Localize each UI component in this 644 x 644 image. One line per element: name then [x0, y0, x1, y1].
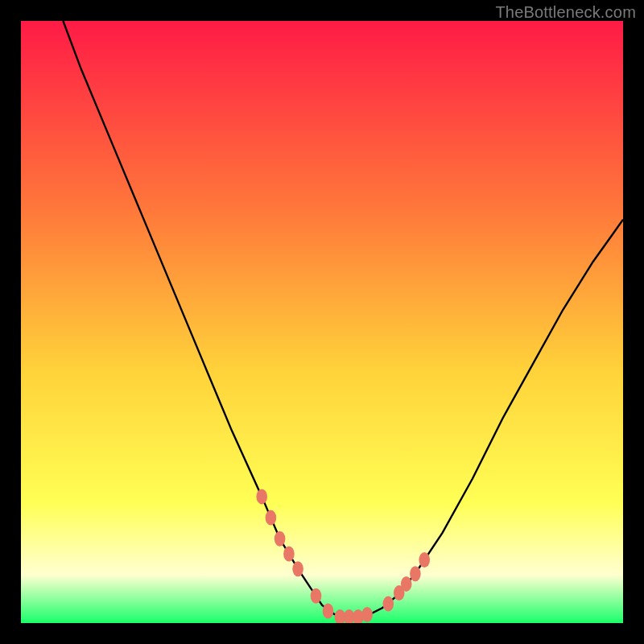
gradient-background — [21, 21, 623, 623]
highlight-dot — [401, 576, 412, 592]
highlight-dot — [419, 552, 430, 568]
chart-frame — [21, 21, 623, 623]
highlight-dot — [383, 597, 394, 612]
highlight-dot — [410, 566, 421, 581]
bottleneck-chart — [21, 21, 623, 623]
attribution-text: TheBottleneck.com — [495, 3, 636, 22]
highlight-dot — [256, 489, 267, 504]
highlight-dot — [283, 547, 295, 562]
highlight-dot — [323, 604, 334, 619]
highlight-dot — [275, 531, 286, 547]
highlight-dot — [361, 607, 373, 622]
highlight-dot — [311, 588, 322, 604]
highlight-dot — [292, 561, 303, 576]
highlight-dot — [266, 510, 277, 526]
